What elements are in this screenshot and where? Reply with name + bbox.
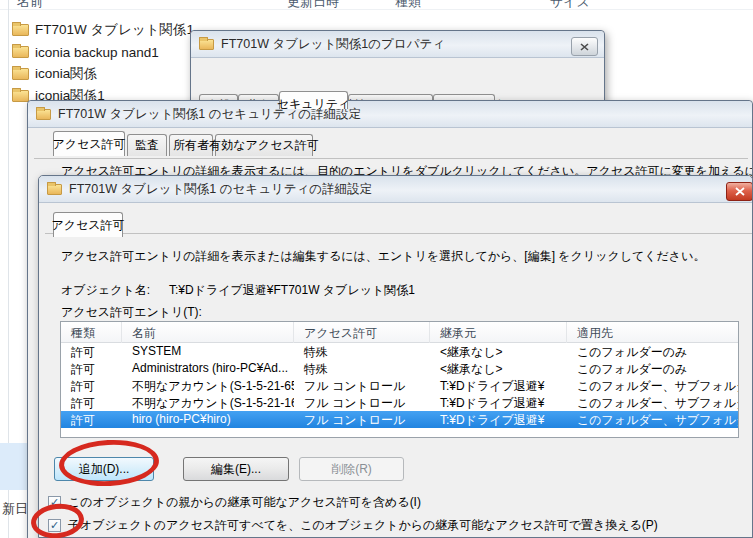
column-header[interactable]: 名前 (17, 0, 43, 10)
table-cell: hiro (hiro-PC¥hiro) (122, 411, 294, 428)
folder-icon (12, 46, 29, 58)
table-column-header[interactable]: 継承元 (430, 322, 567, 343)
folder-icon (199, 39, 214, 50)
properties-titlebar[interactable]: FT701W タブレット関係1のプロパティ (191, 31, 604, 58)
table-body: 許可SYSTEM特殊<継承なし>このフォルダーのみ許可Administrator… (61, 343, 738, 428)
table-cell: このフォルダー、サブフォルダーお... (567, 394, 739, 411)
advanced-back-titlebar[interactable]: FT701W タブレット関係1 のセキュリティの詳細設定 (28, 101, 752, 128)
delete-button: 削除(R) (299, 457, 404, 481)
folder-name: FT701W タブレット関係1 (35, 21, 194, 39)
table-cell: SYSTEM (122, 343, 294, 360)
table-cell: このフォルダーのみ (567, 360, 739, 377)
properties-dialog-title: FT701W タブレット関係1のプロパティ (221, 36, 445, 53)
object-name-label: オブジェクト名: (61, 282, 150, 299)
table-column-header[interactable]: 適用先 (567, 322, 739, 343)
table-row[interactable]: 許可Administrators (hiro-PC¥Ad...特殊<継承なし>こ… (61, 360, 738, 377)
table-cell: 許可 (61, 343, 122, 360)
table-cell: T:¥Dドライブ退避¥ (430, 377, 567, 394)
advanced-front-titlebar[interactable]: FT701W タブレット関係1 のセキュリティの詳細設定 (39, 176, 752, 203)
tab-3[interactable]: セキュリティ (279, 91, 348, 110)
folder-icon (12, 90, 29, 102)
tab-4[interactable]: 有効なアクセス許可 (215, 134, 313, 156)
table-row[interactable]: 許可hiro (hiro-PC¥hiro)フル コントロールT:¥Dドライブ退避… (61, 411, 738, 428)
folder-row[interactable]: iconia backup nand1 (12, 41, 159, 63)
column-header[interactable]: 更新日時 (287, 0, 339, 10)
folder-icon (47, 184, 62, 195)
table-cell: 不明なアカウント(S-1-5-21-65... (122, 377, 294, 394)
table-cell: フル コントロール (294, 377, 430, 394)
advanced-security-dialog-foreground: FT701W タブレット関係1 のセキュリティの詳細設定 アクセス許可 アクセス… (38, 175, 753, 538)
table-cell: 許可 (61, 394, 122, 411)
checkbox-label: 子オブジェクトのアクセス許可すべてを、このオブジェクトからの継承可能なアクセス許… (68, 517, 658, 534)
table-column-header[interactable]: 名前 (122, 322, 294, 343)
table-header-row: 種類名前アクセス許可継承元適用先 (61, 322, 738, 343)
folder-name: iconia関係 (35, 65, 97, 83)
object-name-value: T:¥Dドライブ退避¥FT701W タブレット関係1 (169, 282, 415, 299)
details-pane (0, 443, 30, 490)
folder-name: iconia backup nand1 (35, 45, 159, 60)
table-cell: このフォルダー、サブフォルダーお... (567, 411, 739, 428)
permission-entries-label: アクセス許可エントリ(T): (61, 304, 202, 321)
table-cell: T:¥Dドライブ退避¥ (430, 411, 567, 428)
tab-3[interactable]: 所有者 (169, 134, 213, 156)
column-header[interactable]: 種類 (395, 0, 421, 10)
table-cell: 不明なアカウント(S-1-5-21-16... (122, 394, 294, 411)
table-cell: <継承なし> (430, 343, 567, 360)
table-cell: 特殊 (294, 360, 430, 377)
close-icon[interactable] (726, 182, 753, 201)
permission-entries-table: 種類名前アクセス許可継承元適用先 許可SYSTEM特殊<継承なし>このフォルダー… (60, 321, 739, 438)
table-cell: 許可 (61, 377, 122, 394)
edit-button[interactable]: 編集(E)... (183, 457, 289, 481)
checkbox-label: このオブジェクトの親からの継承可能なアクセス許可を含める(I) (68, 494, 421, 511)
folder-icon (12, 24, 29, 36)
table-cell: 許可 (61, 411, 122, 428)
column-header[interactable]: サイズ (550, 0, 590, 10)
close-icon[interactable] (571, 37, 598, 56)
table-cell: <継承なし> (430, 360, 567, 377)
table-cell: 特殊 (294, 343, 430, 360)
advanced-back-tabs: アクセス許可監査所有者有効なアクセス許可 (28, 134, 753, 159)
checkbox-row: ✓子オブジェクトのアクセス許可すべてを、このオブジェクトからの継承可能なアクセス… (48, 517, 658, 534)
table-cell: Administrators (hiro-PC¥Ad... (122, 360, 294, 377)
folder-row[interactable]: FT701W タブレット関係1 (12, 19, 194, 41)
table-column-header[interactable]: 種類 (61, 322, 122, 343)
table-row[interactable]: 許可SYSTEM特殊<継承なし>このフォルダーのみ (61, 343, 738, 360)
table-row[interactable]: 許可不明なアカウント(S-1-5-21-16...フル コントロールT:¥Dドラ… (61, 394, 738, 411)
table-cell: T:¥Dドライブ退避¥ (430, 394, 567, 411)
advanced-front-title: FT701W タブレット関係1 のセキュリティの詳細設定 (69, 181, 372, 198)
checkbox-row: ✓このオブジェクトの親からの継承可能なアクセス許可を含める(I) (48, 494, 421, 511)
table-cell: フル コントロール (294, 394, 430, 411)
table-cell: このフォルダーのみ (567, 343, 739, 360)
table-cell: このフォルダー、サブフォルダーお... (567, 377, 739, 394)
table-row[interactable]: 許可不明なアカウント(S-1-5-21-65...フル コントロールT:¥Dドラ… (61, 377, 738, 394)
properties-dialog: FT701W タブレット関係1のプロパティ 全般共有セキュリティ以前のバージョン… (190, 30, 605, 110)
tab-1[interactable]: アクセス許可 (53, 131, 125, 156)
tab-access-permissions[interactable]: アクセス許可 (53, 212, 123, 237)
advanced-front-instruction: アクセス許可エントリの詳細を表示または編集するには、エントリを選択してから、[編… (61, 248, 705, 265)
table-cell: 許可 (61, 360, 122, 377)
folder-icon (12, 68, 29, 80)
folder-icon (36, 109, 51, 120)
tab-2[interactable]: 監査 (127, 134, 167, 156)
table-cell: フル コントロール (294, 411, 430, 428)
table-column-header[interactable]: アクセス許可 (294, 322, 430, 343)
folder-row[interactable]: iconia関係 (12, 63, 97, 85)
explorer-column-headers: 名前更新日時種類サイズ (0, 0, 753, 10)
